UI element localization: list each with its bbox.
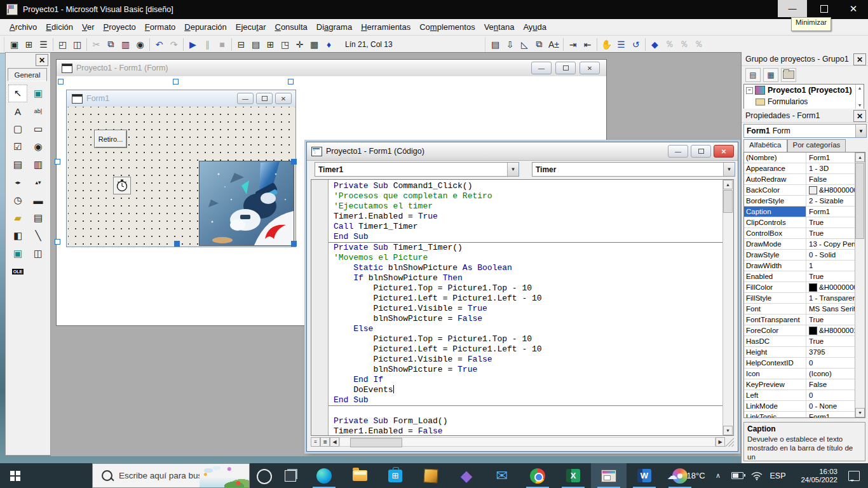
hscrollbar-tool[interactable]: ◂▸ [8, 173, 27, 191]
list-icon[interactable]: ☰ [614, 37, 628, 51]
property-name[interactable]: BorderStyle [744, 196, 806, 206]
tree-expander-icon[interactable]: − [746, 87, 753, 94]
menu-formato[interactable]: Formato [140, 20, 180, 34]
properties-window-icon[interactable]: ▤ [248, 37, 263, 51]
find-icon[interactable]: ◉ [133, 37, 147, 51]
property-name[interactable]: DrawStyle [744, 250, 806, 260]
project-explorer-icon[interactable]: ⊟ [234, 37, 248, 51]
property-value[interactable]: 1 - Transparent [806, 294, 855, 302]
property-row-drawstyle[interactable]: DrawStyle0 - Solid [744, 250, 855, 261]
task-view-icon[interactable] [285, 470, 296, 482]
tree-scrollbar[interactable]: ▲▼ [855, 85, 864, 109]
designer-close-button[interactable]: ✕ [580, 62, 600, 74]
property-name[interactable]: FillColor [744, 282, 806, 292]
property-name[interactable]: HelpContextID [744, 358, 806, 368]
property-name[interactable]: Height [744, 347, 806, 357]
property-name[interactable]: Caption [744, 207, 806, 217]
toggle-folders-icon[interactable] [781, 68, 796, 82]
toolbox-tab-general[interactable]: General [8, 68, 47, 81]
scroll-left-icon[interactable]: ◀ [330, 437, 339, 447]
code-line[interactable]: blnShowPicture = True [329, 365, 722, 375]
data-tool[interactable]: ◫ [29, 245, 48, 262]
property-value[interactable]: 13 - Copy Pen [806, 240, 855, 248]
property-value[interactable]: 1 [806, 262, 855, 269]
cut-icon[interactable]: ✂ [89, 37, 104, 51]
battery-icon[interactable] [726, 463, 749, 488]
designer-maximize-button[interactable] [555, 62, 576, 74]
picturebox-game-image[interactable] [199, 161, 294, 246]
start-button[interactable] [0, 463, 31, 488]
chevron-down-icon[interactable]: ▼ [723, 163, 735, 176]
project-panel-close-icon[interactable]: ✕ [853, 53, 866, 65]
property-row-fillcolor[interactable]: FillColor&H00000000 [744, 282, 855, 293]
menu-ver[interactable]: Ver [78, 20, 99, 34]
property-value[interactable]: False [806, 175, 855, 183]
property-row-font[interactable]: FontMS Sans Serif [744, 304, 855, 315]
menu-ejecutar[interactable]: Ejecutar [231, 20, 271, 34]
timer-control-icon[interactable] [113, 177, 131, 194]
form1-design-surface[interactable]: Form1 — ✕ Retiro... [66, 90, 296, 247]
form1-grid-surface[interactable]: Retiro... [68, 107, 294, 245]
property-name[interactable]: DrawWidth [744, 261, 806, 271]
code-line[interactable]: Static blnShowPicture As Boolean [329, 263, 722, 273]
vscrollbar-tool[interactable]: ▴▾ [29, 173, 48, 191]
code-vertical-scrollbar[interactable]: ▲ ▼ [722, 180, 733, 435]
property-row-controlbox[interactable]: ControlBoxTrue [744, 228, 855, 239]
project-tree[interactable]: −Proyecto1 (Proyecto1)Formularios ▲▼ [743, 84, 864, 109]
menu-editor-icon[interactable]: ☰ [36, 37, 51, 51]
property-name[interactable]: Enabled [744, 271, 806, 281]
property-name[interactable]: KeyPreview [744, 379, 806, 390]
dirlistbox-tool[interactable]: ▰ [8, 209, 27, 227]
action-center-icon[interactable] [840, 463, 868, 488]
code-line[interactable]: blnShowPicture = False [329, 314, 722, 324]
property-name[interactable]: FontTransparent [744, 315, 806, 325]
property-name[interactable]: BackColor [744, 185, 806, 195]
scrollbar-thumb[interactable] [350, 438, 402, 447]
save-icon[interactable]: ◫ [70, 37, 85, 51]
code-minimize-button[interactable]: — [668, 145, 688, 158]
designer-minimize-button[interactable]: — [531, 62, 552, 74]
watch3-icon[interactable]: ％ [691, 37, 706, 51]
code-margin-bar[interactable] [311, 180, 329, 435]
menu-depuración[interactable]: Depuración [180, 20, 231, 34]
properties-close-icon[interactable]: ✕ [853, 110, 866, 122]
maximize-button[interactable] [810, 0, 839, 17]
code-window[interactable]: Proyecto1 - Form1 (Código) — ✕ Timer1 ▼ … [306, 142, 738, 452]
selection-handle[interactable] [288, 79, 294, 85]
tab-alphabetic[interactable]: Alfabética [743, 139, 787, 152]
listbox-tool[interactable]: ▥ [29, 156, 48, 173]
property-row-nombre[interactable]: (Nombre)Form1 [744, 152, 855, 163]
property-value[interactable]: 0 [806, 359, 855, 367]
taskbar-app-file-explorer[interactable] [342, 463, 377, 488]
bookmarks-icon[interactable]: ⧉ [532, 37, 546, 51]
property-row-enabled[interactable]: EnabledTrue [744, 271, 855, 282]
taskbar-app-visual-studio[interactable]: ◆ [449, 463, 484, 488]
image-tool[interactable]: ▣ [8, 245, 27, 262]
property-row-borderstyle[interactable]: BorderStyle2 - Sizable [744, 196, 855, 207]
scroll-up-icon[interactable]: ▲ [855, 152, 865, 162]
toolbox-icon[interactable]: ✛ [292, 37, 307, 51]
property-name[interactable]: ControlBox [744, 228, 806, 238]
property-row-keypreview[interactable]: KeyPreviewFalse [744, 379, 855, 390]
checkbox-tool[interactable]: ☑ [8, 138, 27, 156]
watch1-icon[interactable]: ％ [662, 37, 677, 51]
property-value[interactable]: True [806, 316, 855, 323]
property-value[interactable]: 3795 [806, 348, 855, 356]
language-indicator[interactable]: ESP [765, 463, 790, 488]
combobox-tool[interactable]: ▤ [8, 156, 27, 173]
object-dropdown[interactable]: Timer1 ▼ [315, 162, 519, 177]
property-grid[interactable]: (Nombre)Form1Appearance1 - 3DAutoRedrawF… [743, 152, 865, 418]
code-line[interactable]: End Sub [329, 232, 722, 242]
property-value[interactable]: (Icono) [806, 370, 855, 377]
menu-complementos[interactable]: Complementos [415, 20, 479, 34]
cortana-icon[interactable] [257, 469, 272, 484]
menu-edición[interactable]: Edición [41, 20, 78, 34]
property-row-drawwidth[interactable]: DrawWidth1 [744, 261, 855, 271]
code-line[interactable]: End Sub [329, 395, 722, 405]
taskbar-app-mail[interactable]: ✉ [484, 463, 520, 488]
property-name[interactable]: Font [744, 304, 806, 314]
selection-handle[interactable] [173, 79, 179, 85]
property-value[interactable]: 1 - 3D [806, 165, 855, 172]
property-name[interactable]: DrawMode [744, 239, 806, 249]
property-value[interactable]: True [806, 273, 855, 280]
